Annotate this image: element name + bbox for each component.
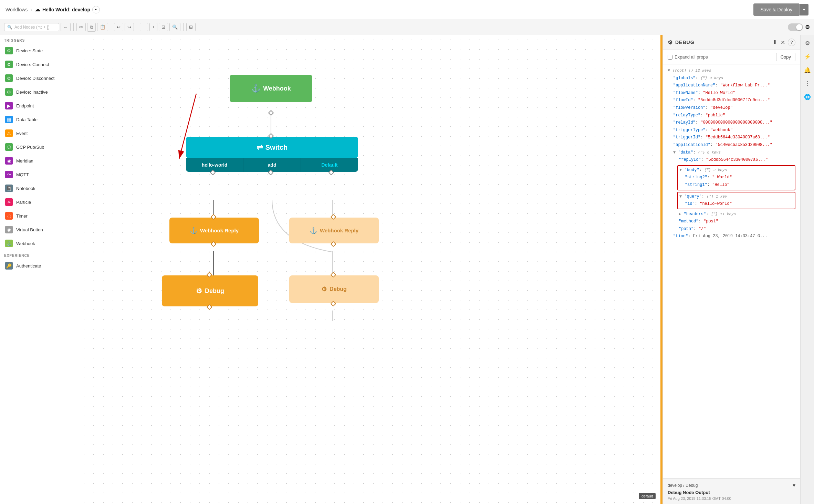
expand-all-label[interactable]: Expand all props [668,54,708,60]
sidebar-item-endpoint[interactable]: ▶ Endpoint [0,99,79,113]
copy-button[interactable]: Copy [776,53,795,61]
switch-branches: hello-world add Default [186,158,358,172]
right-icon-notification[interactable]: 🔔 [803,65,812,75]
top-bar: Workflows › ☁ Hello World: develop ▾ Sav… [0,0,814,19]
search-canvas-button[interactable]: 🔍 [169,23,180,31]
debug-1-connector-bottom[interactable] [207,304,212,310]
sidebar-item-label: Data Table [16,117,38,122]
divider-4 [183,23,184,31]
json-line-relayid: "relayId": "000000000000000000000000..." [668,119,795,127]
sidebar-item-data-table[interactable]: ▦ Data Table [0,113,79,126]
json-line-appname: "applicationName": "Workflow Lab Pr..." [668,82,795,90]
right-icon-dots[interactable]: ⋮ [803,79,812,88]
copy-button[interactable]: ⧉ [87,23,96,32]
switch-branch-hello-world[interactable]: hello-world [186,158,243,172]
toggle-knob [796,24,802,30]
sidebar-section-triggers: TRIGGERS [0,35,79,44]
notebook-icon: 📓 [5,185,13,192]
add-nodes-search[interactable]: 🔍 Add Nodes (⌥ + [) [4,23,59,31]
sidebar-item-event[interactable]: ⚠ Event [0,126,79,140]
debug-close-button[interactable]: ✕ [781,39,785,46]
webhook-reply-1-connector-bottom[interactable] [211,241,217,247]
back-button[interactable]: ← [61,23,71,31]
json-toggle-icon[interactable]: ▼ [668,68,672,73]
debug-content[interactable]: ▼ (root) {} 12 keys "globals": {"} 0 key… [663,64,800,478]
cloud-icon: ☁ [35,6,40,13]
webhook-reply-2-connector-bottom[interactable] [331,241,336,247]
debug-2-node[interactable]: ⚙ Debug [289,275,379,303]
sidebar-item-meridian[interactable]: ◉ Meridian [0,154,79,168]
debug-1-node[interactable]: ⚙ Debug [162,275,258,306]
debug-pause-button[interactable]: ⏸ [772,39,778,45]
paste-button[interactable]: 📋 [97,23,108,31]
right-icon-settings[interactable]: ⚙ [804,39,811,48]
expand-all-checkbox[interactable] [668,55,672,60]
switch-branch-add[interactable]: add [243,158,301,172]
canvas-connections [79,35,660,504]
undo-button[interactable]: ↩ [114,23,123,31]
webhook-node-connector-bottom[interactable] [268,110,274,116]
sidebar-item-virtual-button[interactable]: ◉ Virtual Button [0,223,79,237]
json-line-body[interactable]: ▼ "body": {"} 2 keys [679,167,793,174]
sidebar: TRIGGERS ⚙ Device: State ⚙ Device: Conne… [0,35,79,504]
sidebar-item-device-disconnect[interactable]: ⚙ Device: Disconnect [0,71,79,85]
webhook-reply-2-node[interactable]: ⚓ Webhook Reply [289,218,379,243]
json-line-data[interactable]: ▼ "data": {"} 6 keys [668,149,795,157]
fit-button[interactable]: ⊡ [159,23,168,31]
sidebar-item-authenticate[interactable]: 🔑 Authenticate [0,259,79,273]
divider-2 [111,23,111,31]
right-icon-globe[interactable]: 🌐 [803,92,812,102]
webhook-reply-2-connector-top[interactable] [331,214,336,220]
save-deploy-group: Save & Deploy ▾ [753,3,808,16]
sidebar-item-label: Event [16,131,28,136]
json-line-triggertype: "triggerType": "webhook" [668,127,795,134]
sidebar-item-notebook[interactable]: 📓 Notebook [0,181,79,195]
toggle-icon: ⚙ [805,24,810,30]
debug-2-connector-bottom[interactable] [331,301,336,307]
save-deploy-button[interactable]: Save & Deploy [753,3,799,16]
toggle-switch[interactable] [788,23,803,31]
debug-panel: ⚙ DEBUG ⏸ ✕ ? Expand all props Copy ▼ (r… [662,35,800,504]
sidebar-item-gcp-pub-sub[interactable]: ⬡ GCP Pub/Sub [0,140,79,154]
sidebar-item-mqtt[interactable]: 〜 MQTT [0,168,79,181]
webhook-reply-1-connector-top[interactable] [211,214,217,220]
breadcrumb-dropdown-button[interactable]: ▾ [92,6,100,13]
cut-button[interactable]: ✂ [76,23,86,31]
sidebar-item-webhook[interactable]: ⚓ Webhook [0,237,79,250]
sidebar-item-label: Device: Connect [16,62,49,67]
zoom-in-button[interactable]: + [149,23,158,31]
event-icon: ⚠ [5,129,13,137]
debug-title: ⚙ DEBUG [668,39,695,46]
add-button[interactable]: ⊞ [186,23,196,31]
debug-1-connector-top[interactable] [207,272,212,278]
json-line-path: "path": "/" [668,225,795,233]
sidebar-item-timer[interactable]: ◌ Timer [0,209,79,223]
breadcrumb-separator: › [30,7,32,12]
breadcrumb-workflows[interactable]: Workflows [6,7,28,12]
sidebar-item-device-connect[interactable]: ⚙ Device: Connect [0,57,79,71]
switch-branch-default[interactable]: Default [301,158,358,172]
canvas-badge: default [639,493,656,499]
json-root-line[interactable]: ▼ (root) {} 12 keys [668,67,795,75]
sidebar-item-particle[interactable]: ✳ Particle [0,195,79,209]
virtual-button-icon: ◉ [5,226,13,233]
debug-help-button[interactable]: ? [788,39,795,46]
webhook-node[interactable]: ⚓ Webhook [230,75,312,102]
sidebar-item-device-state[interactable]: ⚙ Device: State [0,44,79,57]
debug-path: develop / Debug [668,483,698,488]
redo-button[interactable]: ↪ [125,23,134,31]
sidebar-item-device-inactive[interactable]: ⚙ Device: Inactive [0,85,79,99]
debug-2-connector-top[interactable] [331,272,336,278]
json-line-time: "time": Fri Aug 23, 2019 14:33:47 G... [668,233,795,240]
sidebar-item-label: Device: Disconnect [16,76,54,81]
switch-node[interactable]: ⇌ Switch [186,137,358,158]
zoom-out-button[interactable]: − [140,23,148,31]
right-icon-lightning[interactable]: ⚡ [803,52,812,61]
json-line-method: "method": "post" [668,218,795,225]
json-line-headers[interactable]: ▶ "headers": {"} 11 keys [668,211,795,218]
debug-footer-chevron[interactable]: ▾ [793,482,795,489]
save-deploy-arrow-button[interactable]: ▾ [799,4,808,15]
json-line-query[interactable]: ▼ "query": {"} 1 key [679,193,793,201]
webhook-reply-1-node[interactable]: ⚓ Webhook Reply [169,218,259,243]
canvas-area[interactable]: ⚓ Webhook ⇌ Switch hello-world add Defau… [79,35,660,504]
